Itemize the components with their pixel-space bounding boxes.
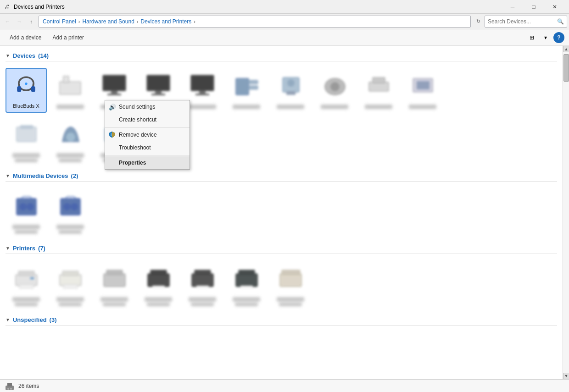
device-7[interactable]	[270, 68, 311, 113]
content-area: ▼ Devices (14) BlueBuds X	[0, 46, 569, 379]
printers-collapse-arrow[interactable]: ▼	[6, 246, 10, 251]
maximize-button[interactable]: □	[523, 0, 544, 14]
add-device-button[interactable]: Add a device	[5, 32, 46, 44]
multimedia-collapse-arrow[interactable]: ▼	[6, 173, 10, 178]
svg-rect-2	[31, 86, 35, 92]
add-printer-button[interactable]: Add a printer	[47, 32, 89, 44]
context-create-shortcut[interactable]: Create shortcut	[105, 113, 190, 126]
breadcrumb-hardware-sound[interactable]: Hardware and Sound	[81, 18, 135, 25]
svg-rect-21	[286, 91, 296, 95]
scroll-down-arrow[interactable]: ▼	[563, 373, 569, 379]
svg-rect-54	[236, 274, 257, 287]
printer-4-icon	[144, 264, 173, 293]
unspecified-section-header: ▼ Unspecified (3)	[6, 316, 557, 326]
multimedia-grid	[6, 186, 557, 242]
breadcrumb-control-panel[interactable]: Control Panel	[42, 18, 77, 25]
back-button[interactable]: ←	[2, 16, 13, 28]
main-content: ▼ Devices (14) BlueBuds X	[0, 46, 563, 379]
view-dropdown-button[interactable]: ▾	[540, 32, 552, 44]
multimedia-1-icon	[11, 192, 41, 221]
svg-rect-46	[104, 274, 125, 287]
unspecified-collapse-arrow[interactable]: ▼	[6, 317, 10, 322]
svg-rect-51	[192, 274, 213, 287]
multimedia-label: Multimedia Devices	[13, 172, 68, 179]
device-10-icon	[408, 72, 437, 101]
svg-point-61	[7, 388, 9, 390]
svg-rect-16	[195, 94, 209, 95]
context-sound-settings[interactable]: 🔊 Sound settings	[105, 100, 190, 113]
svg-rect-12	[155, 91, 162, 94]
printer-7-icon	[276, 264, 305, 293]
scrollbar[interactable]: ▲ ▼	[563, 46, 569, 379]
svg-rect-26	[373, 77, 385, 83]
device-9[interactable]	[358, 68, 399, 113]
device-4-icon	[144, 72, 173, 101]
printer-1-icon	[11, 264, 41, 293]
breadcrumb-devices-printers[interactable]: Devices and Printers	[139, 18, 192, 25]
search-input[interactable]	[488, 18, 557, 25]
unspecified-count: (3)	[50, 316, 57, 323]
sound-icon: 🔊	[109, 104, 116, 110]
device-6[interactable]	[226, 68, 267, 113]
device-r2-1-icon	[11, 120, 41, 149]
printer-1[interactable]	[6, 260, 47, 310]
breadcrumb: Control Panel › Hardware and Sound › Dev…	[39, 16, 471, 28]
scroll-thumb[interactable]	[563, 54, 569, 82]
devices-section-header: ▼ Devices (14)	[6, 52, 557, 61]
device-bluebuds[interactable]: BlueBuds X	[6, 68, 47, 113]
context-separator-2	[105, 155, 190, 155]
device-5-icon	[188, 72, 217, 101]
help-button[interactable]: ?	[553, 32, 564, 43]
status-count: 26 items	[18, 383, 39, 389]
context-remove-device[interactable]: ! Remove device	[105, 128, 190, 141]
svg-point-5	[25, 83, 27, 85]
window-icon: 🖨	[4, 3, 11, 11]
svg-point-22	[287, 79, 295, 87]
printer-5[interactable]	[182, 260, 223, 310]
up-button[interactable]: ↑	[26, 16, 37, 28]
printer-4[interactable]	[138, 260, 179, 310]
device-8-icon	[320, 72, 349, 101]
minimize-button[interactable]: ─	[502, 0, 523, 14]
svg-rect-39	[16, 275, 37, 286]
search-box: 🔍	[485, 16, 567, 28]
context-properties[interactable]: Properties	[105, 156, 190, 169]
svg-rect-8	[103, 75, 126, 91]
scroll-track[interactable]	[563, 52, 569, 373]
devices-collapse-arrow[interactable]: ▼	[6, 53, 10, 58]
close-button[interactable]: ✕	[544, 0, 565, 14]
svg-rect-49	[151, 270, 167, 275]
device-r2-2[interactable]	[50, 116, 91, 166]
toolbar: Add a device Add a printer ⊞ ▾ ?	[0, 29, 569, 46]
device-10[interactable]	[402, 68, 443, 113]
context-separator-1	[105, 127, 190, 127]
device-9-icon	[364, 72, 393, 101]
svg-rect-11	[147, 75, 170, 91]
search-icon[interactable]: 🔍	[557, 18, 564, 25]
printer-3[interactable]	[94, 260, 135, 310]
svg-rect-19	[249, 86, 258, 89]
refresh-button[interactable]: ↻	[473, 16, 484, 28]
printers-grid	[6, 259, 557, 314]
device-r2-2-icon	[56, 120, 85, 149]
forward-button[interactable]: →	[14, 16, 25, 28]
multimedia-1[interactable]	[6, 188, 47, 237]
device-8[interactable]	[314, 68, 355, 113]
printer-6[interactable]	[226, 260, 267, 310]
svg-rect-47	[106, 270, 123, 275]
svg-rect-56	[240, 286, 253, 288]
svg-rect-17	[236, 78, 249, 95]
device-r2-1[interactable]	[6, 116, 47, 166]
context-troubleshoot[interactable]: Troubleshoot	[105, 141, 190, 154]
window-title: Devices and Printers	[14, 4, 502, 10]
svg-point-24	[330, 82, 340, 91]
multimedia-2[interactable]	[50, 188, 91, 237]
view-toggle-button[interactable]: ⊞	[526, 32, 538, 44]
svg-rect-7	[63, 76, 69, 83]
printer-2[interactable]	[50, 260, 91, 310]
svg-rect-29	[17, 127, 36, 142]
svg-point-31	[66, 133, 75, 142]
printer-7[interactable]	[270, 260, 311, 310]
device-2[interactable]	[50, 68, 91, 113]
scroll-up-arrow[interactable]: ▲	[563, 46, 569, 52]
